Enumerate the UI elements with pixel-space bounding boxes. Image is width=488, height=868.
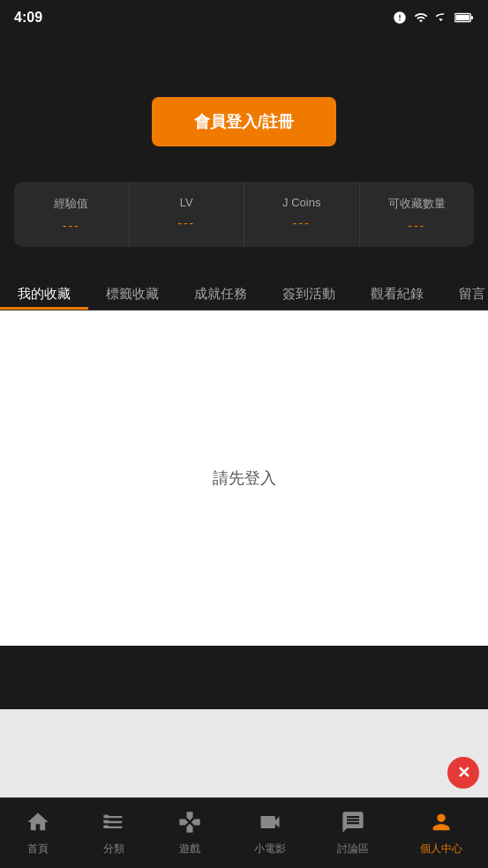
tab-tag-collection[interactable]: 標籤收藏 xyxy=(88,275,176,310)
tab-checkin[interactable]: 簽到活動 xyxy=(265,275,353,310)
games-icon xyxy=(177,810,202,838)
stats-bar: 經驗值 --- LV --- J Coins --- 可收藏數量 --- xyxy=(14,182,474,247)
nav-short-video[interactable]: 小電影 xyxy=(254,810,286,857)
stat-level-label: LV xyxy=(180,196,193,209)
tabs: 我的收藏 標籤收藏 成就任務 簽到活動 觀看紀錄 留言 xyxy=(0,275,488,311)
status-time: 4:09 xyxy=(14,10,42,26)
close-banner-button[interactable]: ✕ xyxy=(447,757,479,789)
stat-collectible-label: 可收藏數量 xyxy=(388,196,446,212)
content-area: 請先登入 xyxy=(0,311,488,646)
nav-categories[interactable]: 分類 xyxy=(101,810,126,857)
home-icon xyxy=(26,810,50,838)
stat-coins-label: J Coins xyxy=(282,196,320,209)
svg-rect-5 xyxy=(104,826,109,829)
tab-watch-history[interactable]: 觀看紀錄 xyxy=(353,275,441,310)
notification-icon xyxy=(393,11,407,25)
main-content: 會員登入/註冊 經驗值 --- LV --- J Coins --- 可收藏數量… xyxy=(0,35,488,275)
svg-rect-1 xyxy=(455,15,469,20)
wifi-icon xyxy=(412,11,430,25)
nav-games[interactable]: 遊戲 xyxy=(177,810,202,857)
stat-level-value: --- xyxy=(177,216,195,230)
discussion-icon xyxy=(341,810,365,838)
svg-rect-4 xyxy=(104,820,109,824)
nav-profile[interactable]: 個人中心 xyxy=(420,810,462,857)
battery-icon xyxy=(454,11,474,24)
nav-discussion[interactable]: 討論區 xyxy=(337,810,369,857)
bottom-nav: 首頁 分類 遊戲 小電影 討論區 個人中心 xyxy=(0,797,488,868)
stat-coins: J Coins --- xyxy=(244,182,360,247)
stat-coins-value: --- xyxy=(293,216,311,230)
login-register-button[interactable]: 會員登入/註冊 xyxy=(152,97,336,146)
signal-icon xyxy=(435,11,449,25)
svg-rect-2 xyxy=(470,16,473,19)
stat-level: LV --- xyxy=(130,182,245,247)
status-bar: 4:09 xyxy=(0,0,488,35)
svg-rect-3 xyxy=(104,815,109,819)
tab-achievements[interactable]: 成就任務 xyxy=(176,275,265,310)
tab-comments[interactable]: 留言 xyxy=(441,275,488,310)
tabs-wrapper: 我的收藏 標籤收藏 成就任務 簽到活動 觀看紀錄 留言 xyxy=(0,275,488,311)
video-icon xyxy=(258,810,282,838)
stat-collectible-value: --- xyxy=(408,219,425,233)
categories-icon xyxy=(101,810,126,838)
nav-home[interactable]: 首頁 xyxy=(26,810,50,857)
stat-experience-label: 經驗值 xyxy=(54,196,88,212)
stat-experience: 經驗值 --- xyxy=(14,182,130,247)
profile-icon xyxy=(429,810,454,838)
status-icons xyxy=(393,11,474,25)
stat-experience-value: --- xyxy=(63,219,80,233)
stat-collectible: 可收藏數量 --- xyxy=(360,182,475,247)
banner-area xyxy=(0,709,488,797)
login-section: 會員登入/註冊 xyxy=(14,97,474,146)
tab-my-collection[interactable]: 我的收藏 xyxy=(0,275,88,310)
login-prompt: 請先登入 xyxy=(213,468,276,489)
